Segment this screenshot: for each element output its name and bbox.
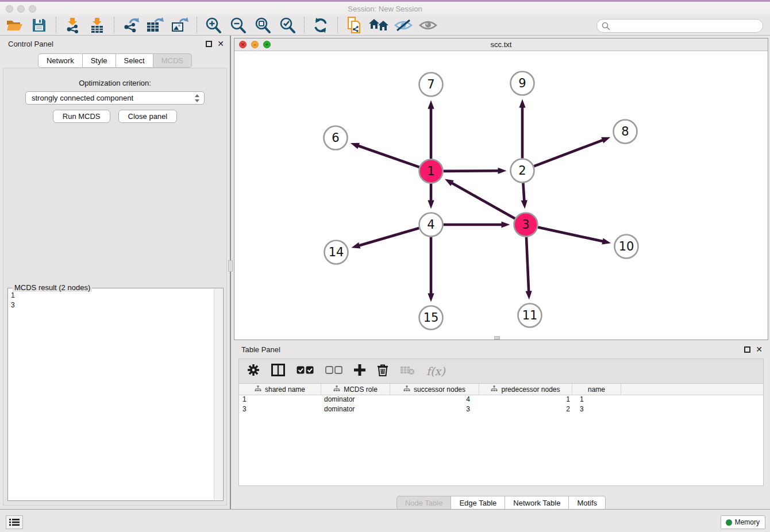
save-session-icon[interactable]	[29, 16, 49, 34]
horizontal-splitter-handle[interactable]	[494, 336, 500, 340]
edge-arrowhead	[601, 137, 610, 144]
hide-selected-eye-icon[interactable]	[394, 16, 413, 34]
list-icon	[9, 518, 20, 526]
import-table-icon[interactable]	[87, 16, 107, 34]
network-graph[interactable]: 7968124314101511	[234, 51, 768, 340]
float-panel-icon[interactable]	[206, 41, 212, 47]
graph-edge-3-11[interactable]	[526, 237, 529, 292]
export-network-icon[interactable]	[121, 16, 140, 34]
delete-column-trash-icon[interactable]	[377, 364, 388, 379]
select-stepper-icon	[194, 94, 200, 105]
float-table-panel-icon[interactable]	[744, 346, 750, 353]
result-scrollbar[interactable]	[214, 289, 222, 500]
table-tab-network-table[interactable]: Network Table	[505, 496, 569, 510]
add-column-icon[interactable]	[354, 364, 365, 378]
zoom-selected-icon[interactable]	[278, 16, 297, 34]
graph-edge-1-6[interactable]	[357, 145, 419, 167]
column-layout-icon[interactable]	[271, 364, 285, 379]
table-tab-motifs[interactable]: Motifs	[569, 496, 606, 510]
table-cell[interactable]: 3	[239, 405, 321, 415]
table-cell[interactable]: 1	[479, 395, 572, 405]
column-header-shared-name[interactable]: shared name	[239, 384, 321, 395]
graph-node-label-2: 2	[518, 164, 526, 178]
home-layout-icon[interactable]	[369, 16, 388, 34]
refresh-network-icon[interactable]	[311, 16, 330, 34]
table-cell[interactable]: 4	[390, 395, 479, 405]
copy-network-view-icon[interactable]	[344, 16, 364, 34]
table-cell[interactable]: 3	[390, 405, 479, 415]
table-tab-edge-table[interactable]: Edge Table	[451, 496, 505, 510]
deselect-all-checkboxes-icon[interactable]	[325, 366, 342, 376]
toolbar-separator	[197, 17, 197, 33]
show-all-eye-icon[interactable]	[418, 16, 438, 34]
table-tab-node-table[interactable]: Node Table	[396, 496, 452, 510]
table-cell[interactable]: dominator	[321, 405, 390, 415]
tab-mcds[interactable]: MCDS	[153, 53, 192, 68]
table-cell[interactable]: dominator	[321, 395, 390, 405]
graph-edge-3-1[interactable]	[451, 182, 515, 218]
graph-edge-1-2[interactable]	[443, 171, 499, 171]
mcds-result-box: MCDS result (2 nodes) 1 3	[7, 288, 224, 501]
graph-edge-2-8[interactable]	[534, 140, 604, 166]
search-input[interactable]	[596, 19, 763, 33]
panel-splitter[interactable]	[230, 36, 231, 509]
tab-network[interactable]: Network	[38, 53, 83, 68]
graph-edge-3-10[interactable]	[538, 228, 604, 242]
network-window-titlebar[interactable]: ✕ − + scc.txt	[234, 38, 768, 51]
table-header[interactable]: shared nameMCDS rolesuccessor nodesprede…	[239, 384, 763, 395]
column-header-predecessor-nodes[interactable]: predecessor nodes	[479, 384, 572, 395]
toolbar-separator	[304, 17, 305, 33]
edge-arrowhead	[428, 201, 434, 209]
table-panel: Table Panel ✕ f(x) shared nameMCDS roles…	[234, 341, 768, 509]
optimization-criterion-select[interactable]: strongly connected component	[25, 91, 205, 105]
edge-arrowhead	[521, 200, 528, 209]
table-body: 1dominator4113dominator323	[239, 395, 763, 415]
run-mcds-button[interactable]: Run MCDS	[53, 110, 110, 123]
select-all-checkboxes-icon[interactable]	[297, 366, 314, 376]
mcds-result-text[interactable]: 1 3	[9, 291, 213, 499]
graph-node-label-1: 1	[427, 164, 434, 178]
tab-select[interactable]: Select	[116, 53, 153, 68]
edge-arrowhead	[526, 291, 532, 299]
control-panel: Control Panel ✕ NetworkStyleSelectMCDS O…	[0, 36, 230, 508]
table-settings-gear-icon[interactable]	[247, 364, 260, 379]
graph-node-label-14: 14	[329, 245, 344, 259]
table-tabs: Node TableEdge TableNetwork TableMotifs	[234, 496, 768, 510]
column-label: name	[588, 385, 605, 394]
graph-edge-2-3[interactable]	[523, 183, 524, 202]
close-table-panel-icon[interactable]: ✕	[756, 345, 763, 353]
table-cell[interactable]: 2	[479, 405, 572, 415]
graph-node-label-4: 4	[427, 218, 434, 232]
close-panel-button[interactable]: Close panel	[118, 110, 178, 123]
graph-node-label-10: 10	[619, 240, 634, 253]
column-type-icon	[255, 385, 261, 394]
column-header-MCDS-role[interactable]: MCDS role	[321, 384, 390, 395]
import-network-icon[interactable]	[63, 16, 82, 34]
zoom-out-icon[interactable]	[228, 16, 248, 34]
close-panel-icon[interactable]: ✕	[217, 40, 224, 48]
node-table[interactable]: shared nameMCDS rolesuccessor nodesprede…	[238, 384, 764, 486]
export-table-icon[interactable]	[145, 16, 165, 34]
column-label: MCDS role	[344, 385, 378, 394]
table-row[interactable]: 3dominator323	[239, 405, 763, 415]
mcds-panel: Optimization criterion: strongly connect…	[3, 68, 227, 506]
tab-style[interactable]: Style	[83, 53, 116, 68]
edge-arrowhead	[428, 294, 434, 302]
column-header-name[interactable]: name	[572, 384, 621, 395]
graph-edge-4-14[interactable]	[358, 228, 419, 246]
column-type-icon	[333, 385, 340, 394]
open-session-icon[interactable]	[5, 16, 24, 34]
table-cell[interactable]: 1	[572, 395, 621, 405]
panel-splitter-handle[interactable]	[228, 260, 233, 272]
zoom-in-icon[interactable]	[203, 16, 223, 34]
zoom-fit-icon[interactable]	[253, 16, 272, 34]
search-icon	[602, 22, 610, 30]
memory-button[interactable]: Memory	[721, 515, 765, 529]
task-history-button[interactable]	[6, 515, 23, 529]
column-header-successor-nodes[interactable]: successor nodes	[390, 384, 479, 395]
table-cell[interactable]: 1	[239, 395, 321, 405]
table-row[interactable]: 1dominator411	[239, 395, 763, 405]
edge-arrowhead	[502, 221, 510, 228]
export-image-icon[interactable]	[170, 16, 190, 34]
table-cell[interactable]: 3	[572, 405, 621, 415]
